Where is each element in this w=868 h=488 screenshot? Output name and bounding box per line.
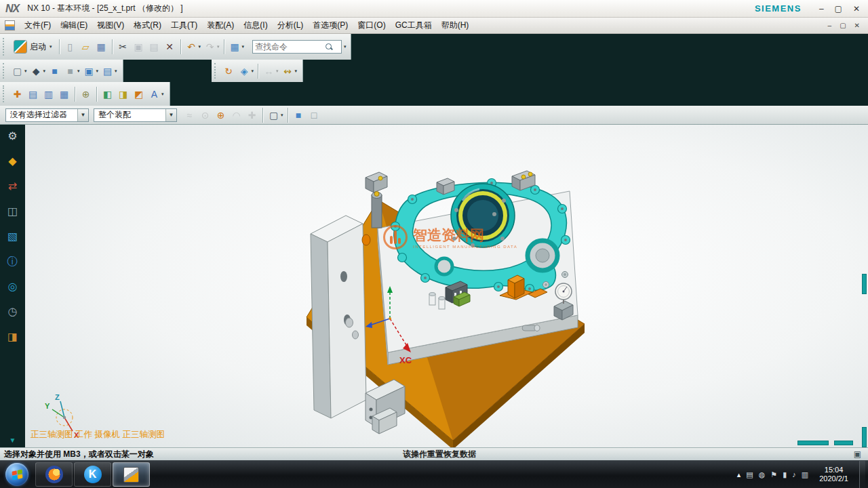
face-color-button[interactable]: ■▾ — [63, 64, 81, 78]
undo-button[interactable]: ↶▾ — [184, 40, 202, 54]
start-menu-button[interactable]: 启动 ▾ — [9, 39, 56, 55]
hidden-icons-button[interactable]: ▴ — [737, 471, 741, 479]
selection-filter-combo[interactable]: 没有选择过滤器 ▼ — [5, 108, 89, 122]
pane-window-button[interactable]: ◫ — [0, 206, 25, 217]
pane-splitter-handle[interactable] — [862, 274, 867, 294]
wireframe-selection-button[interactable]: □ — [307, 108, 321, 122]
status-window-icon[interactable]: ▣ — [854, 449, 868, 459]
toolbar-grip[interactable] — [214, 63, 218, 79]
window-display-button[interactable]: ▤▾ — [100, 64, 118, 78]
start-orb-button[interactable] — [5, 463, 28, 486]
undo-dropdown-icon[interactable]: ▾ — [199, 44, 201, 49]
doc-restore-icon[interactable]: ▢ — [840, 22, 846, 29]
network-button[interactable]: ▥ — [802, 471, 808, 479]
toolbar-grip[interactable] — [3, 38, 6, 56]
layer-visible-in-view-button[interactable]: ▥ — [41, 87, 56, 101]
wcs-display-button[interactable]: ⊕ — [79, 87, 93, 101]
history-button[interactable]: ◷ — [0, 306, 25, 317]
close-icon[interactable]: ✕ — [853, 4, 860, 14]
pane-splitter-handle[interactable] — [797, 441, 829, 445]
window-cascade-button[interactable]: ▣▾ — [82, 64, 100, 78]
toolbar-grip[interactable] — [3, 63, 6, 79]
new-part-button[interactable]: ▯ — [63, 40, 77, 54]
display-mode-button[interactable]: ■ — [47, 64, 62, 78]
minimize-icon[interactable]: – — [819, 4, 824, 14]
delete-button[interactable]: ✕ — [163, 40, 177, 54]
taskbar-kugou-button[interactable]: K — [74, 462, 111, 487]
measure-distance-dropdown-icon[interactable]: ▾ — [295, 68, 298, 74]
screen-layout-dropdown-icon[interactable]: ▾ — [24, 68, 27, 74]
customize-gear-button[interactable]: ⚙ — [0, 131, 25, 142]
marquee-select-dropdown-icon[interactable]: ▾ — [281, 113, 283, 118]
toolbar-grip[interactable] — [3, 85, 6, 102]
screen-layout-button[interactable]: ▢▾ — [10, 64, 28, 78]
view-orientation-button[interactable]: ◆▾ — [29, 64, 47, 78]
cut-button[interactable]: ✂ — [116, 40, 130, 54]
volume-button[interactable]: ♪ — [792, 471, 796, 479]
touch-swap-button[interactable]: ⇄ — [0, 181, 25, 192]
menu-item[interactable]: GC工具箱 — [391, 18, 437, 33]
taskbar-browser-button[interactable] — [35, 462, 73, 487]
doc-close-icon[interactable]: ✕ — [854, 22, 860, 29]
chevron-down-icon[interactable]: ▼ — [165, 109, 176, 121]
visual-effects-button[interactable]: ◈▾ — [237, 64, 255, 78]
part-validation-button[interactable]: ▧ — [0, 231, 25, 242]
menu-item[interactable]: 信息(I) — [239, 18, 272, 33]
menu-item[interactable]: 帮助(H) — [437, 18, 474, 33]
part-file-icon[interactable] — [5, 20, 15, 30]
search-dropdown-icon[interactable]: ▾ — [344, 44, 347, 49]
save-button[interactable]: ▦ — [94, 40, 108, 54]
marquee-select-button[interactable]: ▢▾ — [267, 108, 284, 122]
window-dropdown-icon[interactable]: ▾ — [242, 44, 245, 49]
quick-dimension-dropdown-icon[interactable]: ▾ — [276, 68, 279, 74]
command-search-input[interactable] — [255, 42, 326, 52]
security-shield-button[interactable]: ◍ — [759, 471, 766, 479]
graphics-viewport[interactable]: XC Z Y X 智造资料网 INTELLIGENT MANUFACTURING… — [25, 125, 868, 447]
selection-scope-combo[interactable]: 整个装配 ▼ — [94, 108, 177, 122]
search-icon[interactable] — [326, 43, 333, 51]
maximize-icon[interactable]: ▢ — [835, 4, 842, 14]
datum-axis-button[interactable]: ◨ — [116, 87, 130, 101]
view-orientation-dropdown-icon[interactable]: ▾ — [43, 68, 46, 74]
move-object-button[interactable]: ✚ — [10, 87, 24, 101]
menu-item[interactable]: 首选项(P) — [308, 18, 353, 33]
shaded-selection-button[interactable]: ■ — [292, 108, 306, 122]
materials-palette-button[interactable]: ◨ — [0, 331, 25, 342]
menu-item[interactable]: 窗口(O) — [353, 18, 390, 33]
annotation-dropdown-icon[interactable]: ▾ — [161, 92, 164, 97]
menu-item[interactable]: 装配(A) — [202, 18, 239, 33]
move-to-layer-button[interactable]: ▦ — [57, 87, 71, 101]
menu-item[interactable]: 文件(F) — [20, 18, 56, 33]
display-switch-button[interactable]: ▤ — [746, 471, 753, 479]
model-3d[interactable]: XC Z Y X — [25, 125, 868, 447]
redo-dropdown-icon[interactable]: ▾ — [217, 44, 220, 49]
doc-minimize-icon[interactable]: – — [828, 22, 832, 29]
action-center-flag-button[interactable]: ⚑ — [770, 471, 777, 479]
pane-splitter-handle[interactable] — [834, 441, 853, 445]
window-button[interactable]: ▦▾ — [228, 40, 245, 54]
help-info-button[interactable]: ⓘ — [0, 256, 25, 267]
menu-item[interactable]: 视图(V) — [92, 18, 129, 33]
roles-button[interactable]: ◆ — [0, 156, 25, 167]
measure-distance-button[interactable]: ↭▾ — [281, 64, 298, 78]
taskbar-nx-button[interactable] — [113, 462, 150, 487]
usb-device-button[interactable]: ▮ — [783, 471, 787, 479]
sidebar-collapse-icon[interactable]: ▼ — [9, 436, 16, 444]
annotation-button[interactable]: A▾ — [147, 87, 165, 101]
show-desktop-button[interactable] — [859, 461, 865, 488]
snap-enable-button[interactable]: ⊕ — [214, 108, 228, 122]
face-color-dropdown-icon[interactable]: ▾ — [77, 68, 80, 74]
open-button[interactable]: ▱ — [79, 40, 93, 54]
chevron-down-icon[interactable]: ▼ — [77, 109, 88, 121]
datum-plane-button[interactable]: ◧ — [100, 87, 115, 101]
window-cascade-dropdown-icon[interactable]: ▾ — [96, 68, 99, 74]
snapshot-button[interactable]: ↻ — [222, 64, 236, 78]
window-display-dropdown-icon[interactable]: ▾ — [115, 68, 117, 74]
visual-effects-dropdown-icon[interactable]: ▾ — [252, 68, 254, 74]
menu-item[interactable]: 格式(R) — [129, 18, 166, 33]
layer-settings-button[interactable]: ▤ — [26, 87, 40, 101]
menu-item[interactable]: 工具(T) — [166, 18, 202, 33]
menu-item[interactable]: 分析(L) — [273, 18, 309, 33]
menu-item[interactable]: 编辑(E) — [56, 18, 92, 33]
taskbar-clock[interactable]: 15:04 2020/2/1 — [814, 466, 854, 483]
